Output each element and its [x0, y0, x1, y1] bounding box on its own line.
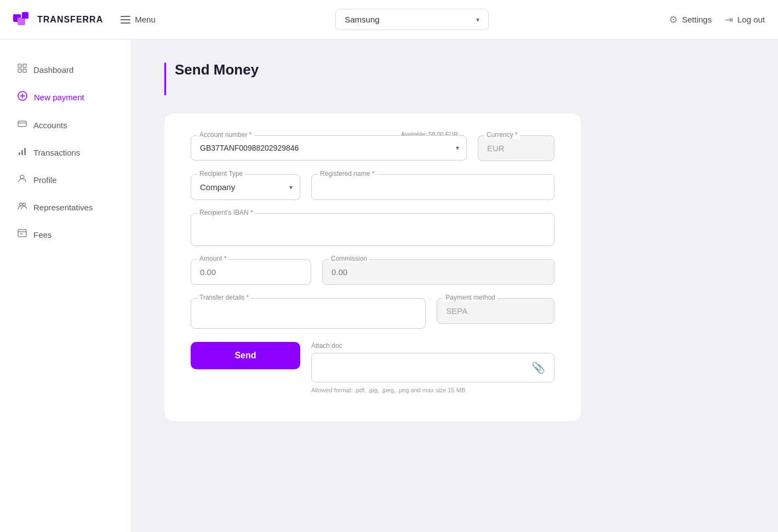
payment-method-label: Payment method [443, 294, 497, 301]
company-dropdown[interactable]: Samsung ▾ [335, 9, 489, 30]
representatives-icon [18, 201, 27, 213]
logout-label: Log out [737, 15, 765, 24]
profile-icon [18, 174, 27, 186]
sidebar-item-fees[interactable]: Fees [9, 222, 122, 247]
account-select-wrapper: GB37TANF00988202929846 ▾ [191, 135, 467, 161]
registered-name-label: Registered name * [318, 170, 376, 178]
menu-button[interactable]: Menu [121, 15, 156, 24]
attach-doc-input[interactable]: 📎 [311, 353, 554, 382]
form-row-recipient: Recipient Type Company Individual ▾ Regi… [191, 174, 554, 200]
attach-format-note: Allowed format: .pdf, .jpg, .jpeg, .png … [311, 386, 554, 395]
sidebar-item-label: Profile [33, 175, 57, 185]
form-row-iban: Recipient's IBAN * [191, 213, 554, 246]
accounts-icon [18, 119, 27, 131]
svg-rect-4 [23, 64, 26, 67]
recipients-iban-group: Recipient's IBAN * [191, 213, 554, 246]
svg-rect-2 [22, 12, 28, 19]
currency-group: Currency * [478, 135, 554, 161]
sidebar-item-label: Fees [33, 230, 52, 239]
new-payment-icon [18, 91, 27, 104]
commission-input [322, 259, 554, 285]
sidebar-item-profile[interactable]: Profile [9, 167, 122, 192]
accent-divider [164, 62, 166, 95]
main-layout: Dashboard New payment Accounts Transacti… [0, 39, 778, 532]
svg-rect-12 [19, 152, 20, 155]
svg-rect-1 [18, 18, 25, 25]
registered-name-group: Registered name * [311, 174, 554, 200]
transactions-icon [18, 146, 27, 158]
logo: TRANSFERRA [13, 12, 103, 27]
send-button-area: Send [191, 342, 300, 369]
main-content: Send Money Account number * Available: 5… [131, 39, 778, 532]
sidebar-item-label: Dashboard [33, 65, 73, 75]
sidebar-item-label: New payment [34, 93, 84, 102]
chevron-down-icon: ▾ [476, 16, 479, 24]
sidebar-item-representatives[interactable]: Representatives [9, 195, 122, 220]
currency-label: Currency * [484, 131, 520, 139]
paperclip-icon: 📎 [531, 361, 545, 374]
logo-text: TRANSFERRA [37, 15, 103, 25]
fees-icon [18, 228, 27, 241]
recipient-type-select[interactable]: Company Individual [191, 174, 300, 200]
svg-rect-5 [18, 69, 21, 72]
svg-rect-13 [21, 150, 23, 155]
send-money-form: Account number * Available: 58.00 EUR GB… [164, 113, 581, 421]
recipient-type-group: Recipient Type Company Individual ▾ [191, 174, 300, 200]
form-row-account: Account number * Available: 58.00 EUR GB… [191, 135, 554, 161]
topnav-actions: ⚙ Settings ⇥ Log out [669, 14, 765, 26]
transfer-details-input[interactable] [191, 298, 426, 329]
payment-method-group: Payment method [437, 298, 554, 329]
sidebar-item-new-payment[interactable]: New payment [9, 84, 122, 110]
dashboard-icon [18, 64, 27, 76]
svg-point-17 [23, 203, 26, 206]
sidebar-item-transactions[interactable]: Transactions [9, 140, 122, 165]
amount-label: Amount * [197, 255, 228, 262]
svg-rect-6 [23, 69, 26, 72]
form-row-transfer: Transfer details * Payment method [191, 298, 554, 329]
sidebar-item-label: Representatives [33, 203, 93, 212]
transfer-details-label: Transfer details * [197, 294, 251, 301]
commission-group: Commission [322, 259, 554, 285]
svg-rect-14 [24, 148, 26, 155]
transfer-details-group: Transfer details * [191, 298, 426, 329]
recipients-iban-label: Recipient's IBAN * [197, 209, 255, 216]
sidebar-item-dashboard[interactable]: Dashboard [9, 57, 122, 82]
sidebar-item-label: Transactions [33, 148, 80, 157]
form-row-bottom: Send Attach doc 📎 Allowed format: .pdf, … [191, 342, 554, 395]
svg-rect-10 [18, 121, 26, 127]
svg-rect-3 [18, 64, 21, 67]
gear-icon: ⚙ [669, 14, 678, 26]
registered-name-input[interactable] [311, 174, 554, 200]
commission-label: Commission [329, 255, 369, 262]
settings-button[interactable]: ⚙ Settings [669, 14, 712, 26]
recipient-type-label: Recipient Type [197, 170, 245, 178]
page-title: Send Money [175, 61, 259, 78]
logout-button[interactable]: ⇥ Log out [725, 14, 765, 26]
settings-label: Settings [682, 15, 712, 24]
recipients-iban-input[interactable] [191, 213, 554, 246]
account-number-label: Account number * [197, 131, 254, 139]
attach-doc-label: Attach doc [311, 342, 554, 350]
company-selector-area: Samsung ▾ [156, 9, 669, 30]
account-number-group: Account number * Available: 58.00 EUR GB… [191, 135, 467, 161]
payment-method-input [437, 298, 554, 324]
amount-input[interactable] [191, 259, 311, 285]
menu-icon [121, 16, 130, 24]
svg-rect-18 [18, 230, 26, 237]
attach-doc-area: Attach doc 📎 Allowed format: .pdf, .jpg,… [311, 342, 554, 395]
top-navigation: TRANSFERRA Menu Samsung ▾ ⚙ Settings ⇥ L… [0, 0, 778, 39]
sidebar: Dashboard New payment Accounts Transacti… [0, 39, 131, 532]
company-name: Samsung [345, 15, 379, 24]
page-header: Send Money [164, 61, 745, 96]
form-row-amount: Amount * Commission [191, 259, 554, 285]
currency-input [478, 135, 554, 161]
svg-point-16 [20, 203, 22, 206]
amount-group: Amount * [191, 259, 311, 285]
recipient-type-select-wrapper: Company Individual ▾ [191, 174, 300, 200]
account-number-select[interactable]: GB37TANF00988202929846 [191, 135, 467, 161]
sidebar-item-label: Accounts [33, 121, 67, 130]
send-button[interactable]: Send [191, 342, 300, 369]
sidebar-item-accounts[interactable]: Accounts [9, 112, 122, 138]
logout-icon: ⇥ [725, 14, 733, 26]
menu-label: Menu [135, 15, 156, 24]
